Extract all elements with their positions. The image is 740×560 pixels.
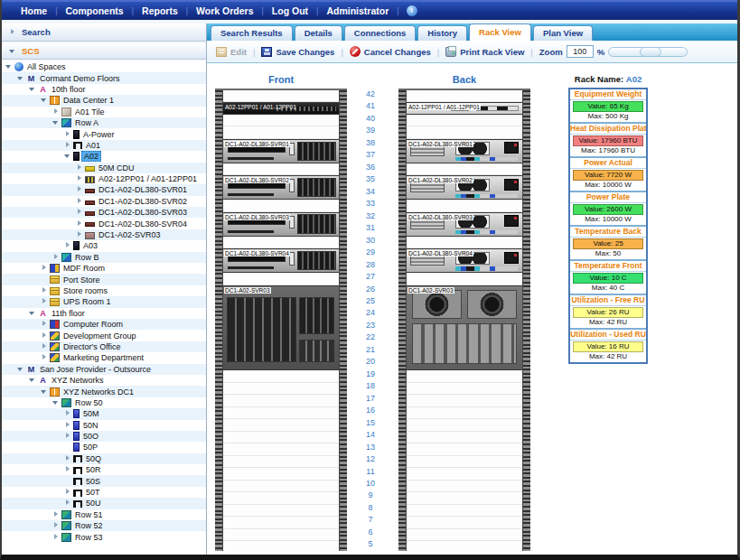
- rack-device-back-a02-12pp01-a01-12pp01[interactable]: A02-12PP01 / A01-12PP01: [406, 102, 523, 114]
- chevron-right-icon[interactable]: [52, 108, 60, 116]
- nav-item-log-out[interactable]: Log Out: [264, 5, 316, 16]
- chevron-down-icon[interactable]: [29, 86, 36, 93]
- chevron-right-icon[interactable]: [41, 298, 48, 305]
- chevron-down-icon[interactable]: [41, 388, 48, 396]
- rack-device-front-dc1-a02-dl380-svr01[interactable]: DC1-A02-DL380-SVR01: [222, 139, 340, 163]
- chevron-right-icon[interactable]: [64, 433, 71, 440]
- tree-item-50p[interactable]: 50P: [2, 442, 206, 453]
- tree-item-11th-floor[interactable]: A11th floor: [2, 308, 206, 319]
- zoom-input[interactable]: [567, 45, 594, 58]
- rack-device-back-dc1-a02-dl380-svr02[interactable]: DC1-A02-DL380-SVR02: [406, 175, 523, 200]
- rack-device-back-dc1-a02-dl380-svr03[interactable]: DC1-A02-DL380-SVR03: [406, 212, 523, 237]
- chevron-down-icon[interactable]: [52, 119, 60, 126]
- chevron-right-icon[interactable]: [76, 198, 83, 205]
- chevron-right-icon[interactable]: [64, 466, 71, 473]
- chevron-right-icon[interactable]: [76, 175, 83, 182]
- tree-item-row-52[interactable]: Row 52: [2, 520, 206, 531]
- chevron-right-icon[interactable]: [64, 410, 71, 417]
- rack-name-value[interactable]: A02: [626, 74, 642, 84]
- tab-search-results[interactable]: Search Results: [211, 25, 293, 41]
- chevron-right-icon[interactable]: [9, 29, 16, 36]
- chevron-right-icon[interactable]: [64, 422, 71, 429]
- tree-item-all-spaces[interactable]: All Spaces: [2, 61, 206, 72]
- rack-device-front-dc1-a02-dl380-svr03[interactable]: DC1-A02-DL380-SVR03: [222, 212, 340, 237]
- zoom-slider-thumb[interactable]: [640, 47, 661, 57]
- tree-item-mdf-room[interactable]: MDF Room: [2, 263, 206, 274]
- rack-device-front-dc1-a02-dl380-svr04[interactable]: DC1-A02-DL380-SVR04: [222, 248, 340, 273]
- rack-device-front-a02-12pp01-a01-12pp01[interactable]: A02-12PP01 / A01-12PP01: [222, 102, 340, 114]
- scs-section-header[interactable]: SCS: [2, 42, 206, 60]
- chevron-right-icon[interactable]: [52, 522, 60, 529]
- tree-item-san-jose-provider-outsource[interactable]: MSan Jose Provider - Outsource: [2, 364, 206, 375]
- tree-item-data-center-1[interactable]: Data Center 1: [2, 95, 206, 106]
- tree-item-store-rooms[interactable]: Store rooms: [2, 285, 206, 296]
- tree-item-50q[interactable]: 50Q: [2, 453, 206, 464]
- chevron-right-icon[interactable]: [76, 164, 83, 172]
- chevron-right-icon[interactable]: [41, 287, 48, 294]
- tree-item-a01-tile[interactable]: A01 Tile: [2, 107, 206, 117]
- rack-device-back-dc1-a02-svr03[interactable]: DC1-A02-SVR03: [406, 285, 523, 370]
- tab-plan-view[interactable]: Plan View: [533, 25, 593, 41]
- tree-item-row-a[interactable]: Row A: [2, 117, 206, 128]
- rack-device-front-dc1-a02-svr03[interactable]: DC1-A02-SVR03: [222, 285, 340, 370]
- chevron-right-icon[interactable]: [52, 511, 60, 518]
- chevron-right-icon[interactable]: [76, 209, 83, 216]
- tree-item-dc1-a02-dl380-svr03[interactable]: DC1-A02-DL380-SVR03: [2, 207, 206, 218]
- rack-device-back-dc1-a02-dl380-svr01[interactable]: DC1-A02-DL380-SVR01: [406, 139, 523, 163]
- nav-item-components[interactable]: Components: [58, 5, 132, 16]
- tree-item-10th-floor[interactable]: A10th floor: [2, 84, 206, 95]
- chevron-right-icon[interactable]: [64, 142, 71, 149]
- tree-item-row-50[interactable]: Row 50: [2, 397, 206, 408]
- chevron-right-icon[interactable]: [76, 220, 83, 228]
- chevron-right-icon[interactable]: [41, 265, 48, 272]
- chevron-down-icon[interactable]: [17, 366, 24, 373]
- tree-item-50n[interactable]: 50N: [2, 420, 206, 431]
- tree-item-development-group[interactable]: Development Group: [2, 330, 206, 341]
- chevron-down-icon[interactable]: [52, 399, 60, 406]
- nav-item-home[interactable]: Home: [13, 5, 55, 16]
- tree-item-a02-12pp01-a01-12pp01[interactable]: A02-12PP01 / A01-12PP01: [2, 173, 206, 184]
- tree-item-a-power[interactable]: A-Power: [2, 128, 206, 139]
- tree-item-row-51[interactable]: Row 51: [2, 509, 206, 520]
- tab-history[interactable]: History: [417, 25, 467, 41]
- print-rack-view-button[interactable]: Print Rack View: [445, 47, 524, 57]
- nav-item-reports[interactable]: Reports: [134, 5, 186, 16]
- tree-item-xyz-networks-dc1[interactable]: XYZ Networks DC1: [2, 386, 206, 397]
- tree-item-50r[interactable]: 50R: [2, 464, 206, 475]
- chevron-down-icon[interactable]: [9, 48, 16, 55]
- chevron-down-icon[interactable]: [5, 63, 13, 70]
- cancel-changes-button[interactable]: Cancel Changes: [350, 46, 431, 57]
- tree-item-row-53[interactable]: Row 53: [2, 531, 206, 542]
- tree-item-computer-room[interactable]: Computer Room: [2, 319, 206, 330]
- chevron-right-icon[interactable]: [64, 131, 71, 138]
- tree-item-director-s-office[interactable]: Director's Office: [2, 341, 206, 352]
- tree-item-50s[interactable]: 50S: [2, 475, 206, 486]
- tree-item-xyz-networks[interactable]: AXYZ Networks: [2, 375, 206, 386]
- chevron-down-icon[interactable]: [17, 75, 24, 82]
- tree-item-cormant-demo-floors[interactable]: MCormant Demo Floors: [2, 72, 206, 83]
- chevron-right-icon[interactable]: [41, 332, 48, 340]
- chevron-down-icon[interactable]: [64, 153, 71, 160]
- rack-device-back-dc1-a02-dl380-svr04[interactable]: DC1-A02-DL380-SVR04: [406, 248, 523, 273]
- chevron-right-icon[interactable]: [41, 354, 48, 361]
- chevron-right-icon[interactable]: [64, 489, 71, 496]
- tree-item-dc1-a02-dl380-svr02[interactable]: DC1-A02-DL380-SVR02: [2, 196, 206, 207]
- tree-item-dc1-a02-dl380-svr01[interactable]: DC1-A02-DL380-SVR01: [2, 184, 206, 195]
- nav-item-administrator[interactable]: Administrator: [318, 5, 397, 16]
- tree-item-50m-cdu[interactable]: 50M CDU: [2, 163, 206, 173]
- tree-item-dc1-a02-svr03[interactable]: DC1-A02-SVR03: [2, 229, 206, 240]
- chevron-right-icon[interactable]: [76, 186, 83, 193]
- tree-item-a01[interactable]: A01: [2, 140, 206, 151]
- tree-item-marketing-department[interactable]: Marketing Department: [2, 352, 206, 363]
- tab-connections[interactable]: Connections: [344, 25, 417, 41]
- chevron-right-icon[interactable]: [41, 343, 48, 350]
- chevron-right-icon[interactable]: [52, 254, 60, 261]
- save-changes-button[interactable]: Save Changes: [261, 47, 334, 57]
- tree-item-row-b[interactable]: Row B: [2, 252, 206, 263]
- tree-item-a02[interactable]: A02: [2, 151, 206, 162]
- chevron-down-icon[interactable]: [41, 97, 48, 104]
- tree-item-50t[interactable]: 50T: [2, 487, 206, 498]
- chevron-right-icon[interactable]: [64, 455, 71, 462]
- tree-item-dc1-a02-dl380-svr04[interactable]: DC1-A02-DL380-SVR04: [2, 218, 206, 229]
- edit-button[interactable]: Edit: [216, 47, 247, 57]
